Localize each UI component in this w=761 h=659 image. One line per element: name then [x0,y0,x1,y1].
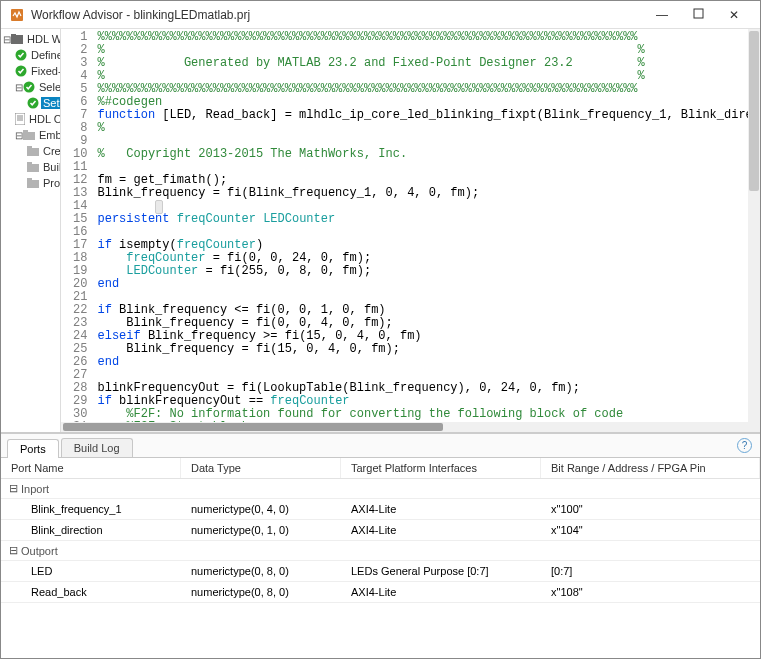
collapse-icon[interactable]: ⊟ [3,34,11,45]
svg-rect-16 [27,164,39,172]
cell-interface[interactable]: AXI4-Lite [341,582,541,602]
status-icon [23,129,35,142]
cell-type: numerictype(0, 8, 0) [181,582,341,602]
sidebar: ⊟ HDL Workflow Advisor Define Input Type… [1,29,61,432]
cell-type: numerictype(0, 1, 0) [181,520,341,540]
svg-rect-14 [27,148,39,156]
svg-rect-1 [694,9,703,18]
minimize-button[interactable]: — [644,5,680,25]
line-gutter: 1234567891011121314151617181920212223242… [61,29,93,432]
svg-rect-18 [27,180,39,188]
code-body[interactable]: %%%%%%%%%%%%%%%%%%%%%%%%%%%%%%%%%%%%%%%%… [93,29,760,432]
tab-ports[interactable]: Ports [7,439,59,458]
cell-port: Blink_direction [1,520,181,540]
tree-node[interactable]: Set Target Interface [1,95,60,111]
vertical-scrollbar[interactable] [748,29,760,432]
main-area: ⊟ HDL Workflow Advisor Define Input Type… [1,29,760,433]
expander-icon[interactable]: ⊟ [15,130,23,141]
cell-range[interactable]: x"100" [541,499,760,519]
cell-interface[interactable]: LEDs General Purpose [0:7] [341,561,541,581]
col-target-platform[interactable]: Target Platform Interfaces [341,458,541,478]
status-icon [27,161,39,174]
maximize-button[interactable] [680,5,716,25]
table-row[interactable]: LEDnumerictype(0, 8, 0)LEDs General Purp… [1,561,760,582]
cell-range[interactable]: [0:7] [541,561,760,581]
svg-rect-13 [23,130,28,133]
editor-pane: 1234567891011121314151617181920212223242… [61,29,760,432]
cell-type: numerictype(0, 4, 0) [181,499,341,519]
cell-interface[interactable]: AXI4-Lite [341,499,541,519]
cell-type: numerictype(0, 8, 0) [181,561,341,581]
svg-rect-3 [11,34,16,37]
status-icon [27,97,39,110]
cell-range[interactable]: x"108" [541,582,760,602]
collapse-icon[interactable]: ⊟ [7,544,19,557]
table-row[interactable]: Read_backnumerictype(0, 8, 0)AXI4-Litex"… [1,582,760,603]
cell-range[interactable]: x"104" [541,520,760,540]
group-row[interactable]: ⊟Outport [1,541,760,561]
code-editor[interactable]: 1234567891011121314151617181920212223242… [61,29,760,432]
tree-node[interactable]: ⊟Embedded System Integration [1,127,60,143]
tree-node[interactable]: HDL Code Generation [1,111,60,127]
svg-rect-0 [11,9,23,21]
bottom-panel: PortsBuild Log ? Port Name Data Type Tar… [1,433,760,658]
v-scroll-thumb[interactable] [749,31,759,191]
tree-node[interactable]: Fixed-Point Conversion [1,63,60,79]
table-row[interactable]: Blink_directionnumerictype(0, 1, 0)AXI4-… [1,520,760,541]
ports-header: Port Name Data Type Target Platform Inte… [1,458,760,479]
bottom-tabs: PortsBuild Log ? [1,434,760,458]
status-icon [15,49,27,62]
expander-icon[interactable]: ⊟ [15,82,23,93]
help-icon[interactable]: ? [737,438,752,453]
cell-port: LED [1,561,181,581]
cell-port: Blink_frequency_1 [1,499,181,519]
app-icon [9,7,25,23]
tree-node[interactable]: Program Target Device [1,175,60,191]
horizontal-scrollbar[interactable] [61,422,748,432]
tab-build log[interactable]: Build Log [61,438,133,457]
svg-rect-19 [27,178,32,181]
status-icon [27,145,39,158]
svg-rect-15 [27,146,32,149]
status-icon [23,81,35,94]
svg-rect-12 [23,132,35,140]
collapse-icon[interactable]: ⊟ [7,482,19,495]
col-data-type[interactable]: Data Type [181,458,341,478]
tree-node[interactable]: Build Embedded System [1,159,60,175]
h-scroll-thumb[interactable] [63,423,443,431]
svg-rect-8 [15,113,25,125]
cell-interface[interactable]: AXI4-Lite [341,520,541,540]
group-row[interactable]: ⊟Inport [1,479,760,499]
status-icon [15,65,27,78]
svg-rect-17 [27,162,32,165]
ports-grid[interactable]: ⊟InportBlink_frequency_1numerictype(0, 4… [1,479,760,658]
col-bit-range[interactable]: Bit Range / Address / FPGA Pin [541,458,760,478]
col-port-name[interactable]: Port Name [1,458,181,478]
tree-node[interactable]: ⊟Select Code Generation Target [1,79,60,95]
window-title: Workflow Advisor - blinkingLEDmatlab.prj [31,8,644,22]
status-icon [27,177,39,190]
folder-icon [11,33,23,46]
tree-node[interactable]: Define Input Types [1,47,60,63]
tree-root[interactable]: ⊟ HDL Workflow Advisor [1,31,60,47]
close-button[interactable]: ✕ [716,5,752,25]
titlebar: Workflow Advisor - blinkingLEDmatlab.prj… [1,1,760,29]
splitter-grip[interactable] [155,200,163,214]
tree-node[interactable]: Create Project [1,143,60,159]
table-row[interactable]: Blink_frequency_1numerictype(0, 4, 0)AXI… [1,499,760,520]
status-icon [15,113,25,126]
cell-port: Read_back [1,582,181,602]
